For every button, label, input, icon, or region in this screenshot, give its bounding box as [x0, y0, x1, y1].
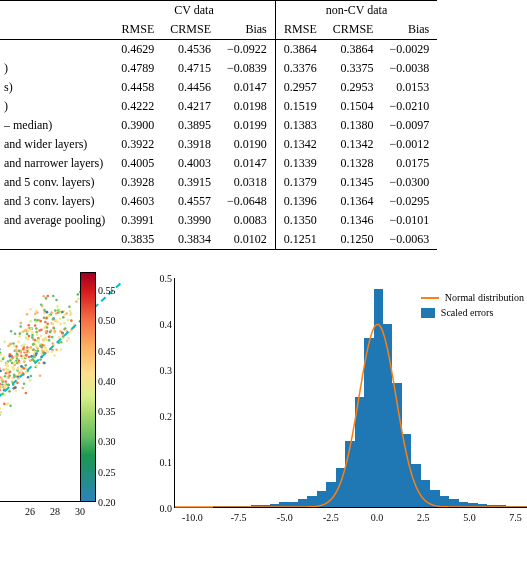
svg-point-458 [42, 339, 45, 342]
svg-point-278 [50, 311, 53, 314]
svg-point-275 [37, 338, 40, 341]
colorbar-area: 0.200.250.300.350.400.450.500.55 [80, 272, 130, 532]
svg-point-757 [16, 355, 19, 358]
table-cell: 0.3895 [162, 116, 219, 135]
svg-point-307 [24, 364, 27, 367]
svg-point-891 [43, 312, 46, 315]
svg-point-792 [27, 329, 30, 332]
svg-point-799 [0, 353, 2, 356]
svg-point-569 [20, 365, 23, 368]
legend-row-normal: Normal distribution [421, 292, 524, 303]
table-cell: 0.3375 [325, 59, 382, 78]
svg-point-648 [20, 368, 23, 371]
svg-point-839 [39, 345, 42, 348]
svg-point-791 [6, 361, 9, 364]
svg-point-392 [55, 299, 58, 302]
svg-point-739 [43, 362, 46, 365]
table-cell: 0.3864 [275, 40, 325, 60]
svg-point-390 [51, 350, 54, 353]
table-cell: 0.1346 [325, 211, 382, 230]
legend-row-bars: Scaled errors [421, 307, 524, 318]
table-cell: 0.1250 [325, 230, 382, 250]
svg-point-208 [18, 350, 21, 353]
svg-point-279 [42, 295, 45, 298]
svg-point-468 [9, 404, 12, 407]
table-cell: 0.1396 [275, 192, 325, 211]
table-cell: 0.3864 [325, 40, 382, 60]
table-cell: −0.0097 [381, 116, 437, 135]
svg-point-786 [7, 376, 10, 379]
group-header-noncv: non-CV data [275, 1, 437, 21]
table-cell: 0.1379 [275, 173, 325, 192]
table-cell: – median) [0, 116, 113, 135]
table-cell: 0.3835 [113, 230, 162, 250]
svg-point-784 [29, 320, 32, 323]
table-cell: 0.0318 [219, 173, 275, 192]
svg-point-538 [0, 389, 1, 392]
svg-point-870 [58, 308, 61, 311]
table-cell: 0.1328 [325, 154, 382, 173]
svg-point-770 [1, 379, 4, 382]
table-row: )0.47890.4715−0.08390.33760.3375−0.0038 [0, 59, 437, 78]
svg-point-414 [23, 360, 26, 363]
table-cell: 0.3928 [113, 173, 162, 192]
table-cell: −0.0839 [219, 59, 275, 78]
svg-point-493 [70, 319, 73, 322]
table-cell: and average pooling) [0, 211, 113, 230]
table-cell [0, 230, 113, 250]
svg-point-631 [18, 332, 21, 335]
legend-label-normal: Normal distribution [445, 292, 524, 303]
svg-point-227 [29, 359, 32, 362]
table-cell: ) [0, 59, 113, 78]
svg-point-853 [43, 326, 46, 329]
svg-point-613 [23, 382, 26, 385]
table-cell: 0.0153 [381, 78, 437, 97]
col-crmse-cv: CRMSE [162, 20, 219, 40]
svg-point-558 [6, 365, 9, 368]
svg-point-608 [36, 333, 39, 336]
svg-point-767 [67, 319, 70, 322]
svg-point-417 [35, 331, 38, 334]
table-cell: and 3 conv. layers) [0, 192, 113, 211]
table-cell: 0.4005 [113, 154, 162, 173]
scatter-x-ticks: 26 28 30 [0, 506, 80, 520]
svg-point-51 [28, 335, 31, 338]
group-header-cv: CV data [113, 1, 275, 21]
svg-point-329 [53, 327, 56, 330]
table-cell: 0.4629 [113, 40, 162, 60]
histogram-chart: 0.00.10.20.30.40.5 Normal distribution S… [132, 272, 527, 552]
svg-point-820 [14, 386, 17, 389]
colorbar-gradient [80, 272, 96, 502]
table-cell: 0.4458 [113, 78, 162, 97]
results-table: CV data non-CV data RMSE CRMSE Bias RMSE… [0, 0, 437, 250]
table-cell: −0.0648 [219, 192, 275, 211]
table-cell: 0.1339 [275, 154, 325, 173]
table-cell: 0.3922 [113, 135, 162, 154]
svg-point-401 [19, 325, 22, 328]
legend-line-icon [421, 297, 439, 299]
svg-point-553 [36, 319, 39, 322]
svg-point-438 [45, 338, 48, 341]
table-cell: −0.0029 [381, 40, 437, 60]
svg-point-628 [45, 317, 48, 320]
svg-point-894 [27, 338, 30, 341]
svg-point-165 [67, 337, 70, 340]
scatter-chart-cropped: 26 28 30 0.200.250.300.350.400.450.500.5… [0, 272, 130, 552]
svg-point-269 [17, 340, 20, 343]
svg-point-528 [53, 354, 56, 357]
svg-point-780 [27, 376, 30, 379]
svg-point-591 [37, 350, 40, 353]
svg-point-138 [43, 316, 46, 319]
table-cell: 0.3991 [113, 211, 162, 230]
svg-point-806 [48, 315, 51, 318]
table-cell [0, 40, 113, 60]
table-cell: −0.0210 [381, 97, 437, 116]
svg-point-249 [55, 312, 58, 315]
svg-point-672 [31, 331, 34, 334]
svg-point-397 [13, 364, 16, 367]
histogram-axes: Normal distribution Scaled errors [174, 278, 527, 508]
svg-point-727 [17, 359, 20, 362]
svg-point-617 [0, 360, 2, 363]
table-cell: and 5 conv. layers) [0, 173, 113, 192]
svg-point-589 [10, 330, 13, 333]
